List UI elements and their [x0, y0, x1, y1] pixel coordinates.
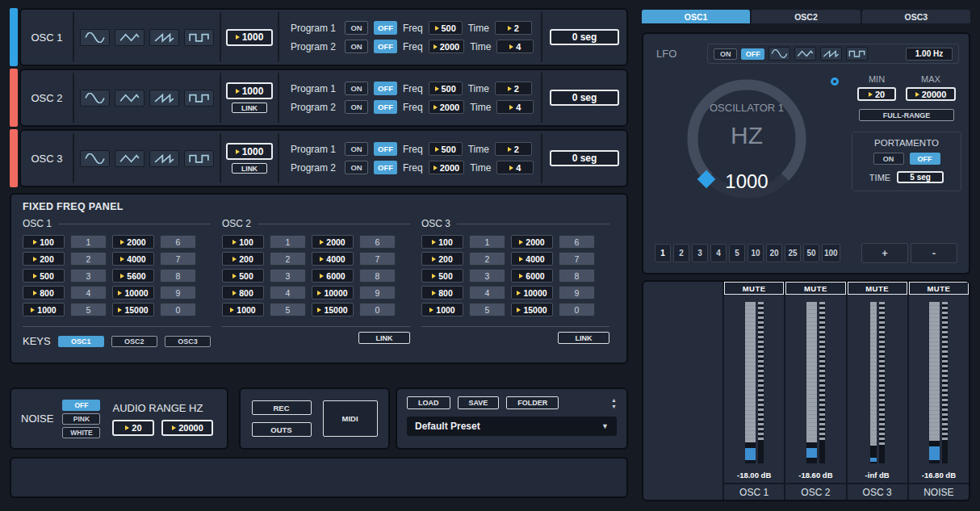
program2-freq-box[interactable]: 2000 — [429, 161, 464, 174]
key-button[interactable]: 6 — [559, 235, 595, 249]
freq-value-box[interactable]: 15000 — [511, 303, 553, 316]
lfo-off-button[interactable]: OFF — [741, 48, 764, 60]
program1-freq-box[interactable]: 500 — [429, 21, 463, 35]
freq-value-box[interactable]: 1000 — [421, 303, 463, 316]
freq-value-box[interactable]: 200 — [23, 252, 65, 266]
full-range-button[interactable]: FULL-RANGE — [859, 109, 954, 121]
key-button[interactable]: 3 — [270, 269, 306, 283]
plus-button[interactable]: + — [861, 243, 908, 263]
program2-on-button[interactable]: ON — [345, 161, 368, 174]
key-button[interactable]: 9 — [160, 286, 196, 299]
preset-up-icon[interactable]: ▲ — [611, 397, 617, 403]
program2-off-button[interactable]: OFF — [374, 161, 397, 174]
lfo-sawtooth-button[interactable] — [820, 47, 842, 61]
key-button[interactable]: 8 — [359, 269, 396, 283]
lfo-rate-box[interactable]: 1.00 Hz — [906, 48, 953, 61]
step-button[interactable]: 1 — [655, 244, 671, 262]
load-button[interactable]: LOAD — [407, 396, 450, 409]
program1-time-box[interactable]: 2 — [495, 82, 532, 95]
mute-osc3-button[interactable]: MUTE — [848, 282, 907, 295]
mute-noise-button[interactable]: MUTE — [909, 282, 969, 295]
key-button[interactable]: 2 — [70, 252, 107, 266]
tab-osc1[interactable]: OSC1 — [642, 10, 750, 23]
keys-osc2-button[interactable]: OSC2 — [111, 336, 157, 347]
program1-off-button[interactable]: OFF — [374, 82, 397, 95]
freq-value-box[interactable]: 1000 — [222, 303, 264, 316]
keys-osc3-button[interactable]: OSC3 — [165, 336, 211, 347]
key-button[interactable]: 9 — [559, 286, 595, 299]
freq-value-box[interactable]: 500 — [421, 269, 463, 283]
program1-on-button[interactable]: ON — [345, 82, 368, 95]
key-button[interactable]: 6 — [160, 235, 196, 249]
osc3-fixed-link-button[interactable]: LINK — [558, 332, 609, 344]
program2-time-box[interactable]: 4 — [496, 100, 534, 114]
osc3-frequency-box[interactable]: 1000 — [226, 143, 273, 160]
program2-off-button[interactable]: OFF — [374, 100, 397, 114]
freq-value-box[interactable]: 15000 — [312, 303, 354, 316]
midi-button[interactable]: MIDI — [323, 400, 378, 437]
key-button[interactable]: 4 — [270, 286, 306, 299]
max-box[interactable]: 20000 — [906, 87, 956, 101]
key-button[interactable]: 0 — [359, 303, 396, 316]
save-button[interactable]: SAVE — [458, 396, 500, 409]
key-button[interactable]: 5 — [469, 303, 505, 316]
key-button[interactable]: 3 — [469, 269, 505, 283]
key-button[interactable]: 1 — [70, 235, 107, 249]
folder-button[interactable]: FOLDER — [506, 396, 559, 409]
freq-value-box[interactable]: 200 — [421, 252, 463, 266]
mute-osc1-button[interactable]: MUTE — [724, 282, 784, 295]
tab-osc3[interactable]: OSC3 — [862, 10, 970, 23]
freq-value-box[interactable]: 4000 — [312, 252, 354, 266]
keys-osc1-button[interactable]: OSC1 — [58, 336, 104, 347]
step-button[interactable]: 5 — [729, 244, 745, 262]
key-button[interactable]: 6 — [359, 235, 396, 249]
program1-freq-box[interactable]: 500 — [429, 142, 463, 156]
step-button[interactable]: 50 — [803, 244, 819, 262]
audio-range-max-box[interactable]: 20000 — [161, 420, 213, 436]
key-button[interactable]: 8 — [160, 269, 196, 283]
freq-value-box[interactable]: 15000 — [112, 303, 154, 316]
sawtooth-wave-button[interactable] — [149, 150, 179, 167]
osc3-link-button[interactable]: LINK — [232, 163, 267, 174]
lfo-on-button[interactable]: ON — [714, 48, 737, 60]
sawtooth-wave-button[interactable] — [149, 90, 179, 107]
freq-value-box[interactable]: 800 — [23, 286, 65, 299]
freq-value-box[interactable]: 100 — [421, 235, 463, 249]
freq-value-box[interactable]: 10000 — [312, 286, 354, 299]
freq-value-box[interactable]: 5600 — [112, 269, 154, 283]
freq-value-box[interactable]: 2000 — [112, 235, 154, 249]
portamento-on-button[interactable]: ON — [873, 153, 904, 165]
lfo-triangle-button[interactable] — [794, 47, 816, 61]
rec-button[interactable]: REC — [252, 400, 312, 415]
osc2-frequency-box[interactable]: 1000 — [226, 82, 273, 99]
freq-value-box[interactable]: 4000 — [112, 252, 154, 266]
osc1-frequency-box[interactable]: 1000 — [226, 29, 273, 46]
mute-osc2-button[interactable]: MUTE — [785, 282, 845, 295]
min-box[interactable]: 20 — [857, 87, 896, 101]
freq-value-box[interactable]: 6000 — [511, 269, 553, 283]
program2-freq-box[interactable]: 2000 — [429, 100, 464, 114]
triangle-wave-button[interactable] — [115, 90, 144, 107]
frequency-knob[interactable]: OSCILLATOR 1 HZ 1000 — [677, 69, 816, 208]
freq-value-box[interactable]: 6000 — [312, 269, 354, 283]
key-button[interactable]: 8 — [559, 269, 595, 283]
freq-value-box[interactable]: 4000 — [511, 252, 553, 266]
minus-button[interactable]: - — [911, 243, 957, 263]
freq-value-box[interactable]: 100 — [222, 235, 264, 249]
preset-down-icon[interactable]: ▼ — [611, 404, 617, 409]
program2-on-button[interactable]: ON — [345, 100, 368, 114]
noise-pink-button[interactable]: PINK — [62, 413, 100, 425]
program1-freq-box[interactable]: 500 — [429, 82, 463, 95]
key-button[interactable]: 0 — [559, 303, 595, 316]
square-wave-button[interactable] — [184, 29, 214, 46]
portamento-time-box[interactable]: 5 seg — [897, 171, 944, 183]
key-button[interactable]: 7 — [359, 252, 396, 266]
program2-time-box[interactable]: 4 — [496, 40, 534, 53]
preset-dropdown[interactable]: Default Preset ▼ — [407, 417, 617, 436]
key-button[interactable]: 1 — [270, 235, 306, 249]
sine-wave-button[interactable] — [80, 150, 110, 167]
key-button[interactable]: 2 — [469, 252, 505, 266]
key-button[interactable]: 1 — [469, 235, 505, 249]
key-button[interactable]: 2 — [270, 252, 306, 266]
osc2-fixed-link-button[interactable]: LINK — [358, 332, 410, 344]
